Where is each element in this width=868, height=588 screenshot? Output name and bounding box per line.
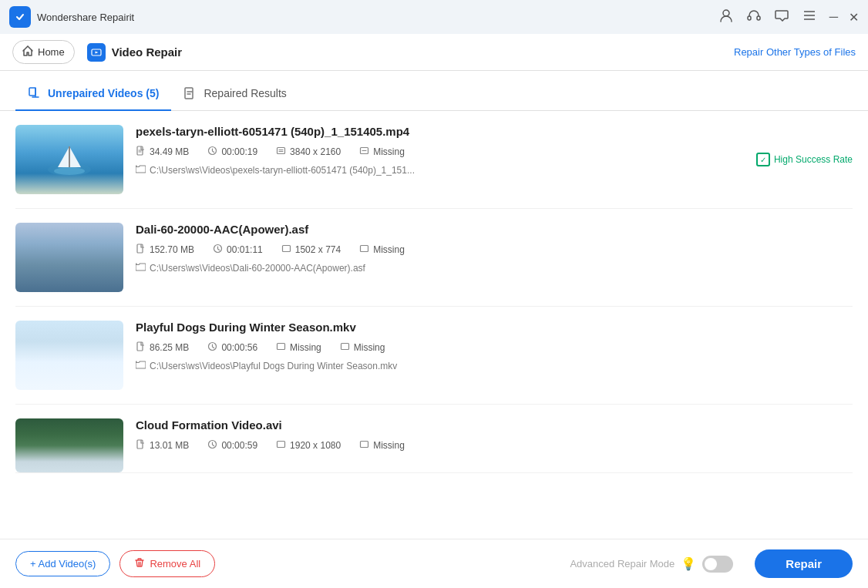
svg-rect-8	[29, 88, 35, 96]
menu-icon[interactable]	[802, 8, 817, 27]
svg-rect-16	[278, 148, 285, 154]
resolution-icon-0	[276, 146, 286, 158]
video-name-1: Dali-60-20000-AAC(Apower).asf	[136, 223, 853, 236]
meta-size-1: 152.70 MB	[136, 244, 194, 256]
close-button[interactable]: ✕	[849, 10, 859, 25]
video-info-3: Cloud Formation Video.avi 13.01 MB 00:00…	[136, 418, 853, 458]
meta-audio-1: Missing	[359, 244, 405, 256]
svg-rect-0	[14, 11, 26, 23]
svg-rect-12	[69, 146, 70, 167]
video-path-0: C:\Users\ws\Videos\pexels-taryn-elliott-…	[136, 164, 853, 176]
repair-button[interactable]: Repair	[755, 549, 853, 578]
titlebar: Wondershare Repairit ─ ✕	[0, 0, 868, 34]
meta-resolution-3: 1920 x 1080	[276, 439, 341, 452]
meta-audio-2: Missing	[340, 341, 385, 354]
tab-unrepaired[interactable]: Unrepaired Videos (5)	[15, 77, 171, 111]
video-path-2: C:\Users\ws\Videos\Playful Dogs During W…	[136, 360, 853, 372]
success-badge-0: ✓ High Success Rate	[756, 153, 853, 166]
video-thumbnail-0	[15, 125, 123, 194]
tab-repaired[interactable]: Repaired Results	[171, 77, 298, 111]
app-logo	[9, 6, 31, 28]
video-info-1: Dali-60-20000-AAC(Apower).asf 152.70 MB …	[136, 223, 853, 274]
meta-duration-0: 00:00:19	[207, 146, 257, 158]
home-nav-button[interactable]: Home	[12, 40, 75, 64]
audio-icon-0	[359, 146, 369, 158]
svg-rect-26	[137, 440, 143, 449]
video-meta-0: 34.49 MB 00:00:19 3840 x 2160	[136, 146, 853, 158]
audio-icon-3	[359, 439, 369, 452]
navbar: Home Video Repair Repair Other Types of …	[0, 34, 868, 71]
advanced-repair-mode: Advanced Repair Mode 💡	[570, 556, 733, 573]
audio-icon-2	[340, 341, 350, 354]
main-content: Unrepaired Videos (5) Repaired Results	[0, 71, 868, 588]
video-path-1: C:\Users\ws\Videos\Dali-60-20000-AAC(Apo…	[136, 262, 853, 274]
video-thumbnail-2	[15, 321, 123, 390]
meta-duration-3: 00:00:59	[207, 439, 257, 452]
video-meta-3: 13.01 MB 00:00:59 1920 x 1080	[136, 439, 853, 452]
table-row: Cloud Formation Video.avi 13.01 MB 00:00…	[15, 405, 853, 473]
tab-bar: Unrepaired Videos (5) Repaired Results	[0, 77, 868, 111]
file-icon-2	[136, 341, 146, 354]
video-name-0: pexels-taryn-elliott-6051471 (540p)_1_15…	[136, 125, 853, 138]
meta-resolution-1: 1502 x 774	[281, 244, 341, 256]
home-icon	[22, 45, 33, 59]
svg-rect-28	[278, 442, 285, 448]
tab-unrepaired-label: Unrepaired Videos (5)	[48, 87, 159, 99]
file-icon-0	[136, 146, 146, 158]
success-check-icon-0: ✓	[756, 153, 770, 166]
svg-rect-21	[361, 246, 368, 252]
meta-resolution-0: 3840 x 2160	[276, 146, 341, 158]
add-video-button[interactable]: + Add Video(s)	[15, 551, 110, 576]
video-meta-1: 152.70 MB 00:01:11 1502 x 774	[136, 244, 853, 256]
app-name: Wondershare Repairit	[37, 12, 712, 23]
resolution-icon-1	[281, 244, 291, 256]
video-list: pexels-taryn-elliott-6051471 (540p)_1_15…	[0, 111, 868, 539]
file-icon-3	[136, 439, 146, 452]
clock-icon-3	[207, 439, 217, 452]
table-row: Playful Dogs During Winter Season.mkv 86…	[15, 307, 853, 405]
advanced-label: Advanced Repair Mode	[570, 558, 675, 570]
section-title: Video Repair	[112, 45, 182, 59]
unrepaired-tab-icon	[28, 86, 42, 100]
current-section: Video Repair	[87, 43, 734, 62]
meta-resolution-2: Missing	[276, 341, 321, 354]
lightbulb-icon: 💡	[681, 556, 696, 571]
person-icon[interactable]	[718, 8, 734, 27]
home-label: Home	[38, 46, 65, 58]
clock-icon-0	[207, 146, 217, 158]
trash-icon	[134, 557, 145, 570]
advanced-mode-toggle[interactable]	[702, 556, 733, 573]
folder-icon-1	[136, 262, 146, 274]
svg-point-13	[54, 167, 85, 175]
svg-rect-20	[282, 246, 290, 252]
resolution-icon-2	[276, 341, 286, 354]
meta-audio-3: Missing	[359, 439, 405, 452]
video-repair-icon	[87, 43, 106, 62]
chat-icon[interactable]	[774, 8, 789, 27]
svg-rect-9	[185, 88, 193, 99]
svg-rect-25	[341, 344, 348, 350]
bottombar: + Add Video(s) Remove All Advanced Repai…	[0, 539, 868, 588]
video-meta-2: 86.25 MB 00:00:56 Missing	[136, 341, 853, 354]
clock-icon-1	[213, 244, 223, 256]
titlebar-icon-group	[718, 8, 817, 27]
video-thumbnail-3	[15, 418, 123, 472]
video-info-0: pexels-taryn-elliott-6051471 (540p)_1_15…	[136, 125, 853, 176]
svg-rect-29	[361, 442, 368, 448]
minimize-button[interactable]: ─	[829, 10, 838, 25]
window-controls: ─ ✕	[829, 10, 859, 25]
svg-rect-22	[137, 342, 143, 351]
clock-icon-2	[207, 341, 217, 354]
svg-rect-3	[757, 16, 760, 20]
video-thumbnail-1	[15, 223, 123, 292]
folder-icon-2	[136, 360, 146, 372]
svg-rect-24	[278, 344, 285, 350]
audio-icon-1	[359, 244, 369, 256]
repair-other-link[interactable]: Repair Other Types of Files	[734, 46, 856, 58]
table-row: Dali-60-20000-AAC(Apower).asf 152.70 MB …	[15, 209, 853, 307]
remove-all-button[interactable]: Remove All	[119, 550, 215, 577]
file-icon-1	[136, 244, 146, 256]
svg-point-1	[723, 10, 729, 16]
meta-duration-1: 00:01:11	[213, 244, 263, 256]
headphone-icon[interactable]	[746, 8, 762, 27]
